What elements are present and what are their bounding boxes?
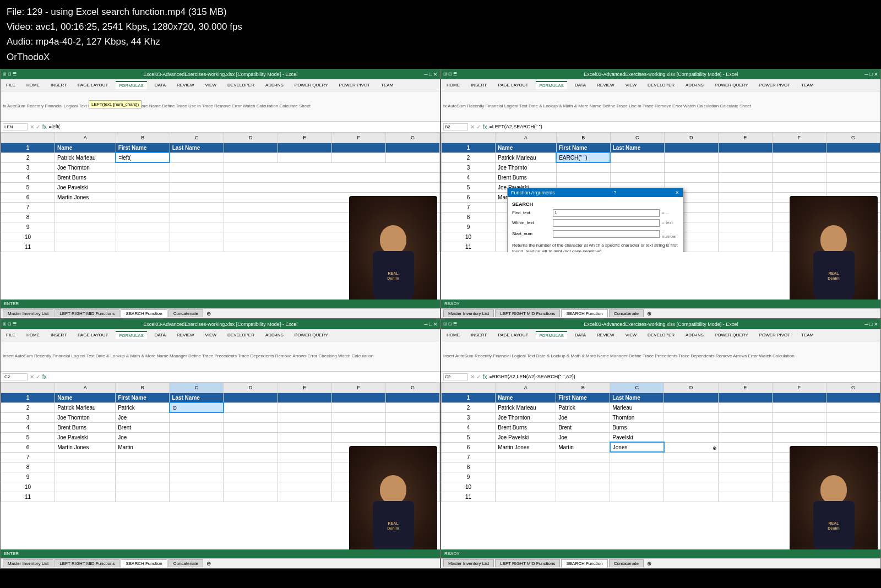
dialog-input-startnum[interactable] (553, 230, 660, 238)
tab-team[interactable]: TEAM (378, 81, 396, 89)
tab-view[interactable]: VIEW (202, 81, 220, 89)
tab-formulas[interactable]: FORMULAS (116, 81, 146, 89)
tab-powerpivot-tr[interactable]: POWER PIVOT (756, 81, 793, 89)
sheet-master-bl[interactable]: Master Inventory List (3, 559, 53, 567)
cell-b6-bl[interactable]: Martin (116, 442, 170, 452)
cell-c5-br[interactable]: Pavelski (610, 432, 664, 442)
cell-b1-tr[interactable]: First Name (556, 143, 610, 153)
tab-developer-br[interactable]: DEVELOPER (644, 331, 678, 339)
cell-b2-tr[interactable]: EARCH(" ") (556, 153, 610, 162)
cell-a4-tl[interactable]: Brent Burns (55, 172, 116, 182)
tab-insert[interactable]: INSERT (47, 81, 70, 89)
cell-a2-tr[interactable]: Patrick Marleau (496, 153, 557, 162)
tab-powerquery-tr[interactable]: POWER QUERY (711, 81, 752, 89)
sheet-leftright-tr[interactable]: LEFT RIGHT MID Functions (495, 309, 560, 317)
cell-a2-tl[interactable]: Patrick Marleau (55, 153, 116, 162)
tab-home-bl[interactable]: HOME (23, 331, 43, 339)
cell-b6-br[interactable]: Martin (556, 442, 610, 452)
add-sheet-tl[interactable]: ⊕ (206, 311, 211, 317)
tab-formulas-tr[interactable]: FORMULAS (536, 81, 567, 89)
cell-e1-tl[interactable] (278, 143, 331, 153)
cell-f2-tl[interactable] (331, 153, 385, 162)
cell-a4-br[interactable]: Brent Burns (496, 422, 556, 432)
sheet-master-tl[interactable]: Master Inventory List (3, 309, 53, 317)
tab-developer[interactable]: DEVELOPER (224, 81, 258, 89)
tab-data[interactable]: DATA (151, 81, 169, 89)
tab-powerquery-bl[interactable]: POWER QUERY (291, 331, 331, 339)
tab-team-br[interactable]: TEAM (798, 331, 817, 339)
cell-f1-tl[interactable] (331, 143, 385, 153)
tab-powerquery[interactable]: POWER QUERY (291, 81, 331, 89)
cell-c3-tl[interactable] (170, 162, 224, 172)
sheet-search-bl[interactable]: SEARCH Function (121, 559, 167, 568)
cell-b4-bl[interactable]: Brent (116, 422, 170, 432)
cell-a3-tr[interactable]: Joe Thornto (496, 162, 557, 172)
cell-c2-tl[interactable] (170, 153, 224, 162)
dialog-help-icon[interactable]: ? (614, 190, 617, 195)
sheet-search-br[interactable]: SEARCH Function (561, 559, 607, 568)
sheet-leftright-tl[interactable]: LEFT RIGHT MID Functions (55, 309, 119, 317)
tab-view-bl[interactable]: VIEW (202, 331, 220, 339)
tab-pagelayout-bl[interactable]: PAGE LAYOUT (74, 331, 111, 339)
sheet-leftright-bl[interactable]: LEFT RIGHT MID Functions (55, 559, 119, 567)
cell-d2-tl[interactable] (224, 153, 278, 162)
cell-e2-tl[interactable] (278, 153, 331, 162)
cell-b2-tl[interactable]: =left( (116, 153, 170, 162)
sheet-concat-tl[interactable]: Concatenate (168, 309, 203, 317)
cell-c2-br[interactable]: Marleau (610, 402, 664, 412)
cell-a3-bl[interactable]: Joe Thornton (55, 412, 116, 422)
tab-file-bl[interactable]: FILE (3, 331, 19, 339)
cell-b3-tl[interactable] (116, 162, 170, 172)
cell-a6-tl[interactable]: Martin Jones (55, 192, 116, 202)
sheet-concat-tr[interactable]: Concatenate (609, 309, 644, 317)
sheet-leftright-br[interactable]: LEFT RIGHT MID Functions (495, 559, 560, 567)
cell-c2-tr[interactable] (610, 153, 664, 162)
cell-c4-br[interactable]: Burns (610, 422, 664, 432)
sheet-concat-bl[interactable]: Concatenate (168, 559, 203, 567)
tab-insert-bl[interactable]: INSERT (47, 331, 70, 339)
cell-b4-tl[interactable] (116, 172, 170, 182)
tab-powerpivot[interactable]: POWER PIVOT (336, 81, 373, 89)
cell-a5-bl[interactable]: Joe Pavelski (55, 432, 116, 442)
cell-a6-bl[interactable]: Martin Jones (55, 442, 116, 452)
cell-b2-bl[interactable]: Patrick (116, 402, 170, 412)
cell-a5-br[interactable]: Joe Pavelski (496, 432, 556, 442)
tab-review-bl[interactable]: REVIEW (173, 331, 198, 339)
cell-b3-bl[interactable]: Joe (116, 412, 170, 422)
tab-view-tr[interactable]: VIEW (622, 81, 640, 89)
tab-team-tr[interactable]: TEAM (798, 81, 817, 89)
cell-a3-tl[interactable]: Joe Thornton (55, 162, 116, 172)
tab-developer-tr[interactable]: DEVELOPER (644, 81, 678, 89)
add-sheet-bl[interactable]: ⊕ (206, 560, 211, 567)
cell-c1-bl[interactable]: Last Name (170, 393, 224, 402)
cell-c1-tr[interactable]: Last Name (610, 143, 664, 153)
tab-review[interactable]: REVIEW (173, 81, 198, 89)
cell-a3-br[interactable]: Joe Thornton (496, 412, 556, 422)
cell-b6-tl[interactable] (116, 192, 170, 202)
tab-data-tr[interactable]: DATA (572, 81, 589, 89)
tab-home-tr[interactable]: HOME (443, 81, 463, 89)
tab-addins-br[interactable]: ADD-INS (682, 331, 707, 339)
formula-name-box-tl[interactable] (3, 123, 28, 130)
cell-a1-tl[interactable]: Name (55, 143, 116, 153)
cell-b1-tl[interactable]: First Name (116, 143, 170, 153)
tab-insert-br[interactable]: INSERT (467, 331, 490, 339)
sheet-search-tl[interactable]: SEARCH Function (121, 309, 167, 318)
cell-c2-bl[interactable]: ⊙ (170, 402, 224, 412)
cell-b1-br[interactable]: First Name (556, 393, 610, 402)
tab-formulas-br[interactable]: FORMULAS (536, 331, 567, 339)
cell-b3-br[interactable]: Joe (556, 412, 610, 422)
formula-name-box-br[interactable] (443, 373, 468, 380)
tab-addins-tr[interactable]: ADD-INS (682, 81, 707, 89)
dialog-close-icon[interactable]: ✕ (675, 190, 679, 195)
tab-powerquery-br[interactable]: POWER QUERY (711, 331, 752, 339)
add-sheet-br[interactable]: ⊕ (647, 560, 651, 567)
tab-home[interactable]: HOME (23, 81, 43, 89)
cell-a4-bl[interactable]: Brent Burns (55, 422, 116, 432)
cell-a5-tl[interactable]: Joe Pavelski (55, 182, 116, 192)
tab-data-bl[interactable]: DATA (151, 331, 169, 339)
formula-name-box-tr[interactable] (443, 123, 468, 130)
cell-b2-br[interactable]: Patrick (556, 402, 610, 412)
cell-a1-br[interactable]: Name (496, 393, 556, 402)
cell-b5-br[interactable]: Joe (556, 432, 610, 442)
